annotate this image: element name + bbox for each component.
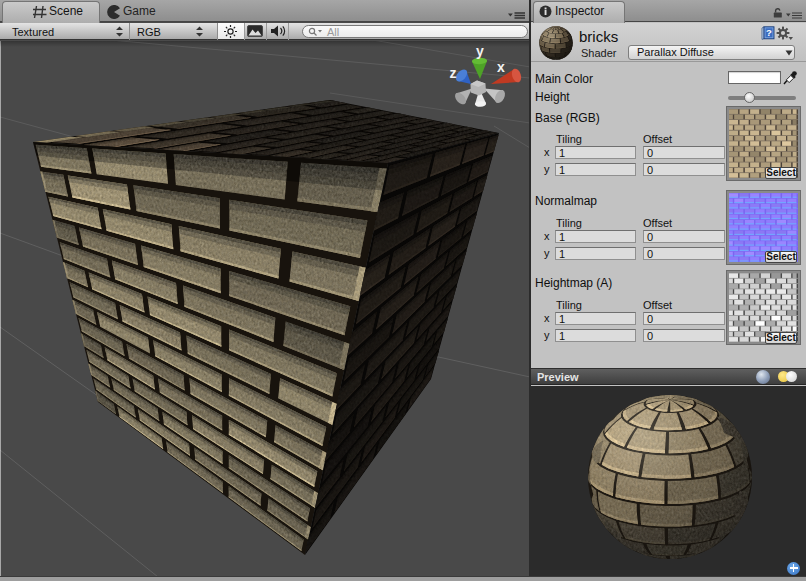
- svg-text:?: ?: [766, 27, 772, 38]
- svg-text:x: x: [497, 59, 505, 75]
- svg-text:y: y: [476, 43, 484, 59]
- svg-text:z: z: [450, 65, 457, 81]
